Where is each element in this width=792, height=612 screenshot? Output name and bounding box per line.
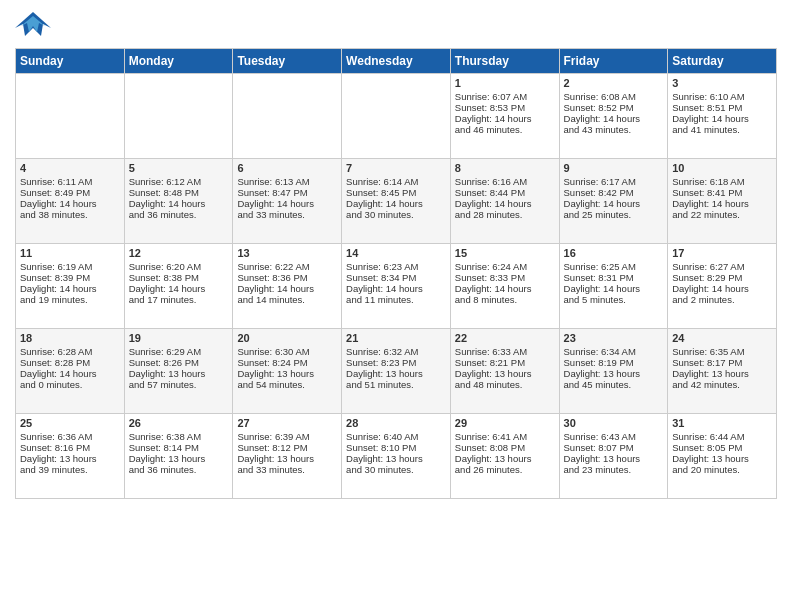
calendar-cell: 5Sunrise: 6:12 AMSunset: 8:48 PMDaylight… bbox=[124, 159, 233, 244]
calendar-cell bbox=[233, 74, 342, 159]
calendar-cell: 3Sunrise: 6:10 AMSunset: 8:51 PMDaylight… bbox=[668, 74, 777, 159]
day-info: Sunrise: 6:14 AM bbox=[346, 176, 446, 187]
day-info: and 22 minutes. bbox=[672, 209, 772, 220]
day-info: Daylight: 14 hours bbox=[672, 113, 772, 124]
day-info: Sunrise: 6:22 AM bbox=[237, 261, 337, 272]
day-info: Sunrise: 6:20 AM bbox=[129, 261, 229, 272]
day-info: Sunrise: 6:07 AM bbox=[455, 91, 555, 102]
day-info: Sunset: 8:31 PM bbox=[564, 272, 664, 283]
calendar-cell: 11Sunrise: 6:19 AMSunset: 8:39 PMDayligh… bbox=[16, 244, 125, 329]
day-number: 22 bbox=[455, 332, 555, 344]
day-info: Sunset: 8:38 PM bbox=[129, 272, 229, 283]
day-number: 18 bbox=[20, 332, 120, 344]
day-info: Sunset: 8:05 PM bbox=[672, 442, 772, 453]
day-info: Daylight: 14 hours bbox=[20, 283, 120, 294]
day-info: Daylight: 14 hours bbox=[20, 368, 120, 379]
day-number: 19 bbox=[129, 332, 229, 344]
calendar-cell: 26Sunrise: 6:38 AMSunset: 8:14 PMDayligh… bbox=[124, 414, 233, 499]
day-number: 17 bbox=[672, 247, 772, 259]
day-info: Daylight: 13 hours bbox=[455, 368, 555, 379]
day-info: and 33 minutes. bbox=[237, 464, 337, 475]
day-number: 16 bbox=[564, 247, 664, 259]
day-info: Daylight: 14 hours bbox=[455, 283, 555, 294]
day-info: and 20 minutes. bbox=[672, 464, 772, 475]
day-info: Sunset: 8:28 PM bbox=[20, 357, 120, 368]
day-info: Daylight: 14 hours bbox=[237, 198, 337, 209]
weekday-header-monday: Monday bbox=[124, 49, 233, 74]
day-number: 20 bbox=[237, 332, 337, 344]
day-info: and 48 minutes. bbox=[455, 379, 555, 390]
day-number: 1 bbox=[455, 77, 555, 89]
day-info: Sunset: 8:39 PM bbox=[20, 272, 120, 283]
day-number: 8 bbox=[455, 162, 555, 174]
day-number: 5 bbox=[129, 162, 229, 174]
logo bbox=[15, 10, 55, 40]
day-info: Sunset: 8:34 PM bbox=[346, 272, 446, 283]
day-number: 6 bbox=[237, 162, 337, 174]
weekday-header-thursday: Thursday bbox=[450, 49, 559, 74]
day-info: Sunset: 8:52 PM bbox=[564, 102, 664, 113]
weekday-header-sunday: Sunday bbox=[16, 49, 125, 74]
day-info: Daylight: 13 hours bbox=[346, 453, 446, 464]
day-info: Daylight: 14 hours bbox=[672, 283, 772, 294]
weekday-header-wednesday: Wednesday bbox=[342, 49, 451, 74]
day-info: Sunrise: 6:16 AM bbox=[455, 176, 555, 187]
calendar-cell bbox=[16, 74, 125, 159]
day-info: Sunrise: 6:12 AM bbox=[129, 176, 229, 187]
day-info: Daylight: 14 hours bbox=[346, 198, 446, 209]
day-info: and 39 minutes. bbox=[20, 464, 120, 475]
day-info: Sunrise: 6:34 AM bbox=[564, 346, 664, 357]
calendar-cell: 17Sunrise: 6:27 AMSunset: 8:29 PMDayligh… bbox=[668, 244, 777, 329]
day-info: and 8 minutes. bbox=[455, 294, 555, 305]
day-number: 31 bbox=[672, 417, 772, 429]
day-info: Sunrise: 6:43 AM bbox=[564, 431, 664, 442]
day-info: Daylight: 14 hours bbox=[346, 283, 446, 294]
day-info: and 23 minutes. bbox=[564, 464, 664, 475]
day-info: Sunset: 8:19 PM bbox=[564, 357, 664, 368]
day-info: Daylight: 13 hours bbox=[237, 453, 337, 464]
day-info: and 43 minutes. bbox=[564, 124, 664, 135]
day-number: 7 bbox=[346, 162, 446, 174]
day-number: 21 bbox=[346, 332, 446, 344]
calendar-cell: 30Sunrise: 6:43 AMSunset: 8:07 PMDayligh… bbox=[559, 414, 668, 499]
day-number: 24 bbox=[672, 332, 772, 344]
day-info: Sunset: 8:49 PM bbox=[20, 187, 120, 198]
day-number: 11 bbox=[20, 247, 120, 259]
day-info: Sunrise: 6:24 AM bbox=[455, 261, 555, 272]
calendar-cell: 28Sunrise: 6:40 AMSunset: 8:10 PMDayligh… bbox=[342, 414, 451, 499]
calendar-cell: 19Sunrise: 6:29 AMSunset: 8:26 PMDayligh… bbox=[124, 329, 233, 414]
day-info: Sunset: 8:07 PM bbox=[564, 442, 664, 453]
day-info: and 46 minutes. bbox=[455, 124, 555, 135]
day-info: and 30 minutes. bbox=[346, 464, 446, 475]
calendar-cell: 15Sunrise: 6:24 AMSunset: 8:33 PMDayligh… bbox=[450, 244, 559, 329]
day-info: and 0 minutes. bbox=[20, 379, 120, 390]
day-info: Daylight: 14 hours bbox=[564, 113, 664, 124]
day-info: Daylight: 13 hours bbox=[129, 368, 229, 379]
day-info: Sunset: 8:17 PM bbox=[672, 357, 772, 368]
weekday-header-row: SundayMondayTuesdayWednesdayThursdayFrid… bbox=[16, 49, 777, 74]
day-info: Sunrise: 6:18 AM bbox=[672, 176, 772, 187]
calendar-cell: 23Sunrise: 6:34 AMSunset: 8:19 PMDayligh… bbox=[559, 329, 668, 414]
day-info: Sunset: 8:24 PM bbox=[237, 357, 337, 368]
weekday-header-saturday: Saturday bbox=[668, 49, 777, 74]
day-info: Sunrise: 6:44 AM bbox=[672, 431, 772, 442]
day-info: Daylight: 13 hours bbox=[346, 368, 446, 379]
calendar-cell: 18Sunrise: 6:28 AMSunset: 8:28 PMDayligh… bbox=[16, 329, 125, 414]
day-number: 23 bbox=[564, 332, 664, 344]
day-info: Sunrise: 6:40 AM bbox=[346, 431, 446, 442]
day-info: Sunrise: 6:33 AM bbox=[455, 346, 555, 357]
calendar-cell: 25Sunrise: 6:36 AMSunset: 8:16 PMDayligh… bbox=[16, 414, 125, 499]
day-info: Sunset: 8:48 PM bbox=[129, 187, 229, 198]
day-info: Daylight: 14 hours bbox=[564, 198, 664, 209]
day-number: 26 bbox=[129, 417, 229, 429]
day-info: and 28 minutes. bbox=[455, 209, 555, 220]
day-info: Daylight: 14 hours bbox=[672, 198, 772, 209]
day-info: Sunset: 8:16 PM bbox=[20, 442, 120, 453]
calendar-table: SundayMondayTuesdayWednesdayThursdayFrid… bbox=[15, 48, 777, 499]
day-number: 27 bbox=[237, 417, 337, 429]
calendar-week-row: 1Sunrise: 6:07 AMSunset: 8:53 PMDaylight… bbox=[16, 74, 777, 159]
day-info: and 2 minutes. bbox=[672, 294, 772, 305]
day-info: and 54 minutes. bbox=[237, 379, 337, 390]
day-number: 10 bbox=[672, 162, 772, 174]
calendar-cell: 21Sunrise: 6:32 AMSunset: 8:23 PMDayligh… bbox=[342, 329, 451, 414]
